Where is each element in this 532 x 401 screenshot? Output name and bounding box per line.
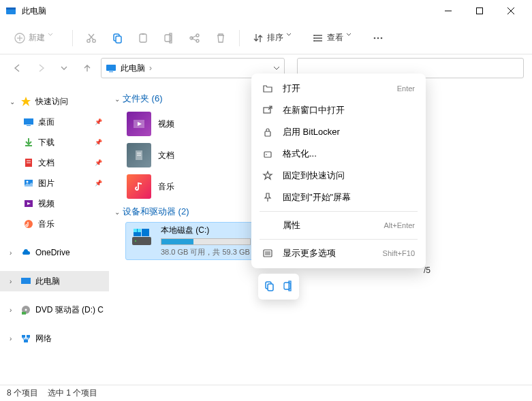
chevron-down-icon: ⌄	[114, 95, 120, 103]
ctx-shortcut: Alt+Enter	[384, 221, 415, 229]
sidebar-downloads[interactable]: 下载 📌	[0, 132, 109, 153]
copy-icon[interactable]	[263, 280, 275, 294]
separator	[260, 239, 418, 240]
up-button[interactable]	[78, 59, 97, 78]
pin-icon	[262, 192, 273, 203]
drive-icon	[129, 225, 154, 249]
ctx-label: 显示更多选项	[283, 247, 373, 259]
svg-rect-68	[268, 284, 273, 291]
window-title: 此电脑	[22, 5, 433, 17]
ctx-shortcut: Enter	[397, 84, 415, 93]
maximize-button[interactable]	[464, 0, 495, 22]
section-label: 设备和驱动器 (2)	[123, 206, 189, 218]
sidebar-item-label: 桌面	[38, 116, 54, 128]
sidebar: ⌄ 快速访问 桌面 📌 下载 📌 文档 📌 图片 📌 视频	[0, 82, 109, 385]
forward-button[interactable]	[31, 59, 50, 78]
sidebar-item-label: 文档	[38, 157, 54, 169]
ctx-format[interactable]: 格式化...	[255, 143, 422, 165]
download-icon	[23, 137, 34, 148]
ctx-pin-quick[interactable]: 固定到快速访问	[255, 165, 422, 187]
sidebar-videos[interactable]: 视频	[0, 193, 109, 214]
ctx-bitlocker[interactable]: 启用 BitLocker	[255, 121, 422, 143]
chevron-down-icon	[48, 32, 60, 44]
drive-capacity-bar	[161, 238, 251, 245]
folder-open-icon	[262, 83, 273, 94]
drive-c[interactable]: 本地磁盘 (C:) 38.0 GB 可用，共 59.3 GB	[125, 222, 255, 260]
ctx-pin-start[interactable]: 固定到"开始"屏幕	[255, 187, 422, 208]
drive-subtitle: 38.0 GB 可用，共 59.3 GB	[161, 247, 251, 257]
chevron-down-icon[interactable]	[273, 65, 280, 71]
music-folder-icon	[127, 174, 151, 199]
svg-point-44	[25, 309, 27, 311]
svg-point-26	[313, 37, 315, 39]
folder-music[interactable]: 音乐	[125, 172, 241, 202]
video-folder-icon	[127, 112, 151, 136]
chevron-down-icon: ⌄	[10, 98, 16, 106]
sidebar-desktop[interactable]: 桌面 📌	[0, 112, 109, 132]
ctx-more-options[interactable]: 显示更多选项 Shift+F10	[255, 242, 422, 264]
sidebar-onedrive[interactable]: › OneDrive	[0, 242, 109, 263]
sidebar-pictures[interactable]: 图片 📌	[0, 173, 109, 193]
format-icon	[262, 148, 273, 159]
folder-label: 文档	[158, 150, 174, 161]
sidebar-documents[interactable]: 文档 📌	[0, 153, 109, 173]
close-button[interactable]	[495, 0, 527, 22]
picture-icon	[23, 178, 34, 189]
sidebar-quick-access[interactable]: ⌄ 快速访问	[0, 91, 109, 112]
svg-point-39	[27, 181, 29, 183]
status-selection: 选中 1 个项目	[48, 387, 97, 399]
svg-rect-15	[140, 34, 146, 42]
svg-rect-47	[27, 335, 30, 338]
sidebar-this-pc[interactable]: › 此电脑	[0, 271, 109, 291]
ctx-open[interactable]: 打开 Enter	[255, 78, 422, 99]
sidebar-item-label: 视频	[38, 198, 54, 210]
svg-point-20	[196, 34, 199, 37]
svg-rect-32	[109, 71, 113, 72]
cut-button[interactable]	[80, 27, 103, 49]
svg-rect-45	[22, 312, 26, 315]
share-button[interactable]	[183, 27, 206, 49]
svg-point-30	[381, 37, 383, 39]
address-location: 此电脑	[121, 63, 145, 74]
folder-label: 音乐	[158, 181, 174, 193]
folder-videos[interactable]: 视频	[125, 109, 241, 139]
view-label: 查看	[327, 32, 343, 44]
view-button[interactable]: 查看	[307, 27, 364, 49]
obscured-text: /5	[424, 266, 431, 275]
new-button[interactable]: 新建	[8, 27, 65, 49]
sidebar-item-label: 此电脑	[35, 276, 60, 287]
ctx-properties[interactable]: 属性 Alt+Enter	[255, 214, 422, 236]
properties-icon	[262, 220, 273, 231]
sort-button[interactable]: 排序	[247, 27, 304, 49]
svg-rect-61	[264, 152, 271, 157]
more-button[interactable]	[366, 27, 390, 49]
back-button[interactable]	[8, 59, 27, 78]
svg-point-19	[190, 37, 193, 39]
network-icon	[20, 333, 31, 344]
svg-point-28	[374, 37, 376, 39]
svg-rect-60	[265, 131, 270, 136]
document-folder-icon	[127, 143, 151, 167]
svg-point-62	[266, 154, 267, 155]
rename-button[interactable]	[157, 27, 181, 49]
svg-rect-46	[22, 335, 25, 338]
recent-button[interactable]	[54, 59, 74, 78]
svg-rect-31	[106, 65, 116, 71]
sort-label: 排序	[267, 32, 283, 44]
copy-button[interactable]	[106, 27, 129, 49]
svg-rect-33	[24, 118, 33, 125]
rename-icon[interactable]	[282, 280, 294, 294]
lock-icon	[262, 127, 273, 138]
chevron-down-icon: ⌄	[114, 208, 120, 216]
minimize-button[interactable]	[433, 0, 464, 22]
sidebar-music[interactable]: 音乐	[0, 214, 109, 234]
ctx-new-window[interactable]: 在新窗口中打开	[255, 99, 422, 121]
desktop-icon	[23, 116, 34, 127]
paste-button[interactable]	[131, 27, 155, 49]
sidebar-network[interactable]: › 网络	[0, 328, 109, 349]
sidebar-dvd[interactable]: › DVD 驱动器 (D:) CP	[0, 300, 109, 320]
svg-rect-58	[138, 229, 141, 232]
svg-rect-56	[142, 229, 149, 236]
folder-documents[interactable]: 文档	[125, 140, 241, 170]
delete-button[interactable]	[209, 27, 232, 49]
